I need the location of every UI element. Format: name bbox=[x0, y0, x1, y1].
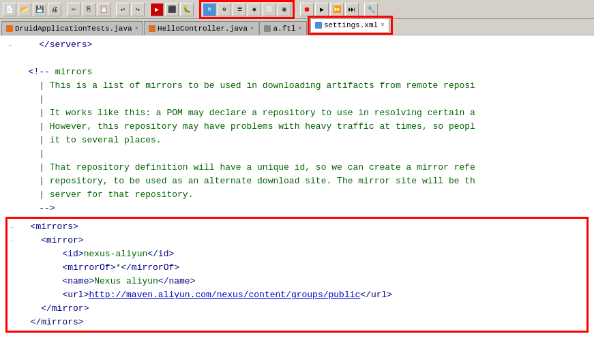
code-line: | That repository definition will have a… bbox=[5, 161, 589, 175]
code-line bbox=[5, 52, 589, 65]
druid-tab-icon bbox=[6, 25, 13, 32]
new-file-btn[interactable]: 📄 bbox=[3, 3, 16, 16]
name-line: <name>Nexus aliyun</name> bbox=[8, 275, 586, 288]
debug-btn[interactable]: 🐛 bbox=[180, 3, 194, 16]
mirror-open-line: − <mirror> bbox=[8, 234, 586, 247]
mirror-close-line: </mirror> bbox=[8, 302, 586, 316]
highlighted-btn-1[interactable]: M bbox=[203, 3, 216, 16]
highlighted-btn-3[interactable]: ☰ bbox=[233, 3, 246, 16]
tabs-bar: DruidApplicationTests.java × HelloContro… bbox=[0, 19, 594, 35]
print-btn[interactable]: 🖨 bbox=[48, 3, 61, 16]
tab-ftl[interactable]: a.ftl × bbox=[259, 21, 306, 35]
record-btn[interactable]: ⏺ bbox=[300, 3, 314, 16]
undo-btn[interactable]: ↩ bbox=[116, 3, 130, 16]
editor: − </servers> <!-- mirrors | This is a li… bbox=[0, 35, 594, 364]
ftl-tab-close[interactable]: × bbox=[299, 25, 302, 32]
gutter-collapse-mirror[interactable]: − bbox=[8, 234, 20, 247]
id-line: <id>nexus-aliyun</id> bbox=[8, 247, 586, 261]
code-line: | However, this repository may have prob… bbox=[5, 120, 589, 134]
code-line: <!-- mirrors bbox=[5, 65, 589, 79]
stop-btn[interactable]: ⬛ bbox=[165, 3, 179, 16]
ftl-tab-label: a.ftl bbox=[273, 25, 295, 33]
highlighted-btn-4[interactable]: ◉ bbox=[248, 3, 261, 16]
settings-tab-label: settings.xml bbox=[324, 21, 378, 29]
run-btn[interactable]: ▶ bbox=[150, 3, 164, 16]
code-line: | it to several places. bbox=[5, 134, 589, 147]
mirrors-open-line: − <mirrors> bbox=[8, 220, 586, 234]
open-btn[interactable]: 📂 bbox=[18, 3, 31, 16]
ftl-tab-icon bbox=[264, 25, 271, 32]
tab-druid[interactable]: DruidApplicationTests.java × bbox=[1, 21, 143, 35]
url-line: <url>http://maven.aliyun.com/nexus/conte… bbox=[8, 288, 586, 302]
fast-fwd-btn[interactable]: ⏩ bbox=[330, 3, 344, 16]
highlighted-btn-6[interactable]: ▣ bbox=[278, 3, 291, 16]
hello-tab-icon bbox=[149, 25, 155, 32]
hello-tab-label: HelloController.java bbox=[158, 25, 248, 33]
gutter-collapse-mirrors[interactable]: − bbox=[8, 220, 20, 234]
druid-tab-label: DruidApplicationTests.java bbox=[15, 25, 132, 33]
redo-btn[interactable]: ↪ bbox=[131, 3, 145, 16]
mirrors-close-line: </mirrors> bbox=[8, 316, 586, 329]
paste-btn[interactable]: 📋 bbox=[97, 3, 110, 16]
hello-tab-close[interactable]: × bbox=[250, 25, 254, 32]
cut-btn[interactable]: ✂ bbox=[67, 3, 80, 16]
play-btn[interactable]: ▶ bbox=[315, 3, 329, 16]
gutter-collapse[interactable]: − bbox=[5, 38, 18, 52]
mirrorof-line: <mirrorOf>*</mirrorOf> bbox=[8, 261, 586, 275]
code-line: | repository, to be used as an alternate… bbox=[5, 175, 589, 188]
tab-hello[interactable]: HelloController.java × bbox=[144, 21, 258, 35]
highlighted-btn-5[interactable]: ⬜ bbox=[263, 3, 276, 16]
druid-tab-close[interactable]: × bbox=[135, 25, 138, 32]
code-line: | bbox=[5, 147, 589, 161]
step-btn[interactable]: ⏭ bbox=[345, 3, 359, 16]
code-line: | It works like this: a POM may declare … bbox=[5, 106, 589, 120]
code-line: | This is a list of mirrors to be used i… bbox=[5, 79, 589, 93]
code-line: | server for that repository. bbox=[5, 188, 589, 202]
code-line: − </servers> bbox=[5, 38, 589, 52]
settings-tab-close[interactable]: × bbox=[381, 22, 384, 29]
tab-settings[interactable]: settings.xml × bbox=[310, 18, 389, 32]
code-line: --> bbox=[5, 202, 589, 215]
toolbar: 📄 📂 💾 🖨 ✂ ⎘ 📋 ↩ ↪ ▶ ⬛ 🐛 M ⚙ ☰ ◉ ⬜ ▣ ⏺ ▶ … bbox=[0, 0, 594, 19]
highlighted-btn-2[interactable]: ⚙ bbox=[218, 3, 231, 16]
extra-btn[interactable]: 🔧 bbox=[364, 3, 378, 16]
save-btn[interactable]: 💾 bbox=[33, 3, 46, 16]
code-line: | bbox=[5, 93, 589, 106]
settings-tab-icon bbox=[315, 22, 322, 29]
copy-btn[interactable]: ⎘ bbox=[82, 3, 95, 16]
